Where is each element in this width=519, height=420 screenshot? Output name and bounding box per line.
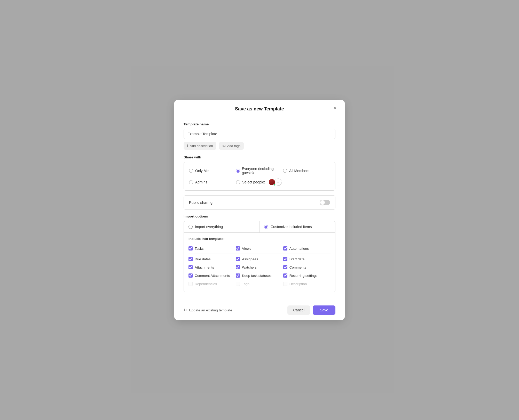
- modal-header: Save as new Template ×: [174, 100, 345, 116]
- share-with-box: Only Me Everyone (including guests) All …: [184, 162, 335, 191]
- checkbox-description[interactable]: Description: [283, 280, 331, 288]
- share-with-label: Share with: [184, 155, 335, 159]
- import-everything-radio[interactable]: [188, 225, 193, 229]
- info-icon: ℹ: [187, 144, 188, 148]
- public-sharing-toggle[interactable]: [320, 200, 330, 205]
- checkbox-divider-1: [188, 254, 331, 254]
- import-options-label: Import options: [184, 214, 335, 218]
- checkbox-views-input[interactable]: [236, 246, 240, 251]
- template-name-label: Template name: [184, 122, 335, 126]
- share-everyone-radio[interactable]: [236, 169, 240, 173]
- checkbox-comments-label: Comments: [289, 265, 306, 269]
- import-everything-label: Import everything: [195, 225, 223, 229]
- modal-body: Template name ℹ Add description 🏷 Add ta…: [174, 116, 345, 299]
- save-button[interactable]: Save: [313, 305, 335, 315]
- checkbox-comment-attachments[interactable]: Comment Attachments: [188, 271, 236, 280]
- import-options-box: Import everything Customize included ite…: [184, 221, 335, 292]
- customize-option[interactable]: Customize included items: [260, 221, 335, 232]
- share-admins-radio[interactable]: [189, 180, 193, 184]
- close-button[interactable]: ×: [331, 104, 339, 112]
- checkbox-keep-task-statuses-label: Keep task statuses: [242, 274, 271, 278]
- share-all-members-radio[interactable]: [283, 169, 287, 173]
- checkbox-start-date-label: Start date: [289, 257, 305, 261]
- template-name-input[interactable]: [184, 129, 335, 139]
- avatar-add-button[interactable]: +: [274, 179, 282, 186]
- checkbox-comment-attachments-input[interactable]: [188, 273, 193, 278]
- checkbox-due-dates-input[interactable]: [188, 257, 193, 261]
- checkbox-watchers-label: Watchers: [242, 265, 257, 269]
- checkbox-tags[interactable]: Tags: [236, 280, 283, 288]
- checkbox-start-date[interactable]: Start date: [283, 255, 331, 263]
- avatar-wrap: [268, 179, 276, 186]
- update-existing-button[interactable]: ↻ Update an existing template: [184, 308, 232, 312]
- cancel-button[interactable]: Cancel: [287, 305, 310, 315]
- share-select-people[interactable]: Select people:: [236, 180, 265, 184]
- checkbox-automations[interactable]: Automations: [283, 244, 331, 253]
- checkbox-assignees-label: Assignees: [242, 257, 258, 261]
- checkbox-comments-input[interactable]: [283, 265, 287, 269]
- checkbox-dependencies-input[interactable]: [188, 282, 193, 286]
- checkbox-recurring-settings-input[interactable]: [283, 273, 287, 278]
- share-all-members[interactable]: All Members: [283, 167, 330, 175]
- add-tags-button[interactable]: 🏷 Add tags: [219, 142, 244, 150]
- update-existing-icon: ↻: [184, 308, 187, 312]
- share-admins[interactable]: Admins: [189, 179, 236, 186]
- checkbox-comment-attachments-label: Comment Attachments: [195, 274, 230, 278]
- checkbox-assignees[interactable]: Assignees: [236, 255, 283, 263]
- share-admins-label: Admins: [195, 180, 207, 184]
- customize-label: Customize included items: [271, 225, 312, 229]
- checkbox-tags-label: Tags: [242, 282, 249, 286]
- checkbox-keep-task-statuses-input[interactable]: [236, 273, 240, 278]
- checkbox-description-label: Description: [289, 282, 307, 286]
- share-only-me-radio[interactable]: [189, 169, 193, 173]
- checkbox-tasks-label: Tasks: [195, 247, 204, 251]
- public-sharing-box: Public sharing: [184, 195, 335, 210]
- share-only-me-label: Only Me: [195, 169, 209, 173]
- checkbox-due-dates-label: Due dates: [195, 257, 211, 261]
- checkbox-description-input[interactable]: [283, 282, 287, 286]
- checkbox-tags-input[interactable]: [236, 282, 240, 286]
- footer-buttons: Cancel Save: [287, 305, 335, 315]
- import-section: Import options Import everything Customi…: [184, 214, 335, 292]
- share-with-section: Share with Only Me Everyone (including g…: [184, 155, 335, 191]
- checkbox-tasks[interactable]: Tasks: [188, 244, 236, 253]
- checkbox-recurring-settings-label: Recurring settings: [289, 274, 318, 278]
- checkbox-views[interactable]: Views: [236, 244, 283, 253]
- checkbox-watchers[interactable]: Watchers: [236, 263, 283, 271]
- share-only-me[interactable]: Only Me: [189, 167, 236, 175]
- customize-radio[interactable]: [264, 225, 268, 229]
- checkbox-start-date-input[interactable]: [283, 257, 287, 261]
- checkbox-views-label: Views: [242, 247, 251, 251]
- checkbox-due-dates[interactable]: Due dates: [188, 255, 236, 263]
- add-tags-label: Add tags: [227, 144, 240, 148]
- checkbox-dependencies[interactable]: Dependencies: [188, 280, 236, 288]
- checkbox-assignees-input[interactable]: [236, 257, 240, 261]
- checkbox-watchers-input[interactable]: [236, 265, 240, 269]
- update-existing-label: Update an existing template: [189, 308, 232, 312]
- add-description-button[interactable]: ℹ Add description: [184, 142, 216, 150]
- avatar-online-dot: [273, 184, 276, 186]
- checkbox-attachments-input[interactable]: [188, 265, 193, 269]
- checkbox-attachments-label: Attachments: [195, 265, 214, 269]
- share-radio-grid: Only Me Everyone (including guests) All …: [189, 167, 330, 186]
- public-sharing-label: Public sharing: [189, 200, 213, 205]
- tag-icon: 🏷: [222, 144, 226, 148]
- checkbox-recurring-settings[interactable]: Recurring settings: [283, 271, 331, 280]
- include-label: Include into template:: [188, 237, 331, 241]
- add-description-label: Add description: [190, 144, 213, 148]
- checkbox-automations-input[interactable]: [283, 246, 287, 251]
- import-everything-option[interactable]: Import everything: [184, 221, 260, 232]
- action-buttons-row: ℹ Add description 🏷 Add tags: [184, 142, 335, 150]
- checkbox-automations-label: Automations: [289, 247, 309, 251]
- checkbox-attachments[interactable]: Attachments: [188, 263, 236, 271]
- select-people-row: Select people: +: [236, 179, 283, 186]
- checkbox-keep-task-statuses[interactable]: Keep task statuses: [236, 271, 283, 280]
- include-section: Include into template: Tasks Views: [184, 233, 335, 292]
- checkbox-tasks-input[interactable]: [188, 246, 193, 251]
- checkbox-comments[interactable]: Comments: [283, 263, 331, 271]
- share-everyone-label: Everyone (including guests): [242, 167, 283, 175]
- save-template-modal: Save as new Template × Template name ℹ A…: [174, 100, 345, 320]
- share-everyone[interactable]: Everyone (including guests): [236, 167, 283, 175]
- share-all-members-label: All Members: [289, 169, 309, 173]
- share-select-people-radio[interactable]: [236, 180, 240, 184]
